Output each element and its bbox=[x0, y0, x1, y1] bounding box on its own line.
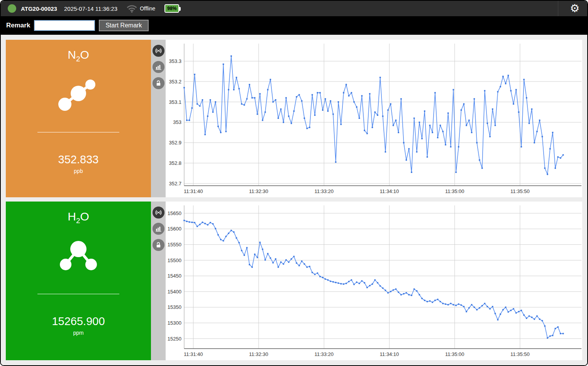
svg-text:11:34:10: 11:34:10 bbox=[380, 188, 399, 194]
svg-text:15500: 15500 bbox=[168, 258, 181, 263]
status-indicator-dot bbox=[8, 4, 16, 13]
svg-text:11:32:30: 11:32:30 bbox=[249, 351, 268, 357]
svg-text:11:35:50: 11:35:50 bbox=[510, 351, 530, 357]
h2o-row: H2O 15265.900 ppm bbox=[6, 202, 582, 360]
unlock-icon[interactable] bbox=[153, 77, 164, 89]
settings-gear-icon[interactable]: ⚙ bbox=[570, 3, 580, 14]
svg-text:11:32:30: 11:32:30 bbox=[249, 188, 268, 194]
svg-text:15450: 15450 bbox=[168, 273, 181, 279]
svg-text:15300: 15300 bbox=[168, 320, 181, 326]
gas-unit: ppm bbox=[73, 330, 83, 336]
svg-text:353: 353 bbox=[173, 119, 181, 125]
n2o-toolbar bbox=[151, 40, 166, 197]
histogram-icon[interactable] bbox=[153, 61, 164, 73]
svg-text:15250: 15250 bbox=[168, 336, 181, 342]
svg-text:352.9: 352.9 bbox=[169, 140, 181, 146]
connection-status: Offline bbox=[140, 5, 155, 12]
n2o-molecule-icon bbox=[49, 72, 107, 120]
gas-value: 352.833 bbox=[58, 153, 99, 166]
unlock-icon[interactable] bbox=[153, 239, 164, 251]
h2o-timeseries-chart: 1525015300153501540015450155001555015600… bbox=[166, 202, 582, 360]
live-data-icon[interactable] bbox=[153, 45, 164, 57]
settings-section: ⚙ bbox=[558, 1, 583, 16]
svg-text:352.8: 352.8 bbox=[169, 160, 181, 166]
svg-text:11:35:00: 11:35:00 bbox=[445, 351, 464, 357]
h2o-toolbar bbox=[151, 202, 166, 360]
battery-percent: 98% bbox=[165, 5, 178, 12]
remark-bar: Remark Start Remark bbox=[1, 16, 587, 35]
histogram-icon[interactable] bbox=[153, 223, 164, 235]
svg-text:11:33:20: 11:33:20 bbox=[314, 188, 334, 194]
svg-text:11:35:50: 11:35:50 bbox=[510, 188, 530, 194]
svg-text:15350: 15350 bbox=[168, 304, 181, 310]
remark-label: Remark bbox=[6, 22, 30, 29]
h2o-molecule-icon bbox=[49, 234, 107, 281]
wifi-icon bbox=[127, 5, 137, 13]
gas-formula: H2O bbox=[68, 210, 89, 225]
svg-text:352.7: 352.7 bbox=[169, 181, 181, 186]
svg-text:11:31:40: 11:31:40 bbox=[184, 188, 203, 194]
svg-text:15400: 15400 bbox=[168, 289, 181, 295]
gas-panel-n2o[interactable]: N2O 352.833 ppb bbox=[6, 40, 151, 197]
svg-text:11:35:00: 11:35:00 bbox=[445, 188, 464, 194]
live-data-icon[interactable] bbox=[153, 207, 164, 219]
gas-value: 15265.900 bbox=[52, 315, 105, 328]
chart-card-h2o: 1525015300153501540015450155001555015600… bbox=[166, 202, 582, 360]
gas-panel-h2o[interactable]: H2O 15265.900 ppm bbox=[6, 202, 151, 360]
gas-formula: N2O bbox=[68, 48, 89, 63]
gas-unit: ppb bbox=[74, 168, 83, 174]
battery-nub bbox=[179, 7, 181, 11]
main-content: N2O 352.833 ppb bbox=[1, 35, 587, 365]
datetime: 2025-07-14 11:36:23 bbox=[64, 5, 117, 12]
svg-text:353.2: 353.2 bbox=[169, 79, 181, 85]
svg-text:353.1: 353.1 bbox=[169, 99, 181, 105]
battery-indicator: 98% bbox=[164, 4, 179, 13]
device-id: ATG20-00023 bbox=[21, 5, 57, 12]
svg-text:353.3: 353.3 bbox=[169, 58, 181, 64]
chart-card-n2o: 352.7352.8352.9353353.1353.2353.311:31:4… bbox=[166, 40, 582, 197]
svg-text:15550: 15550 bbox=[168, 242, 181, 247]
svg-text:11:31:40: 11:31:40 bbox=[184, 351, 203, 357]
svg-text:11:33:20: 11:33:20 bbox=[314, 351, 334, 357]
svg-text:15600: 15600 bbox=[168, 226, 181, 232]
top-bar: ATG20-00023 2025-07-14 11:36:23 Offline … bbox=[1, 1, 587, 16]
panel-divider bbox=[37, 294, 119, 294]
svg-text:11:34:10: 11:34:10 bbox=[380, 351, 399, 357]
app-window: ATG20-00023 2025-07-14 11:36:23 Offline … bbox=[0, 0, 588, 366]
svg-text:15650: 15650 bbox=[168, 210, 181, 216]
remark-input[interactable] bbox=[34, 20, 95, 31]
panel-divider bbox=[37, 132, 119, 132]
n2o-timeseries-chart: 352.7352.8352.9353353.1353.2353.311:31:4… bbox=[166, 40, 582, 197]
start-remark-button[interactable]: Start Remark bbox=[99, 20, 148, 31]
n2o-row: N2O 352.833 ppb bbox=[6, 40, 582, 197]
